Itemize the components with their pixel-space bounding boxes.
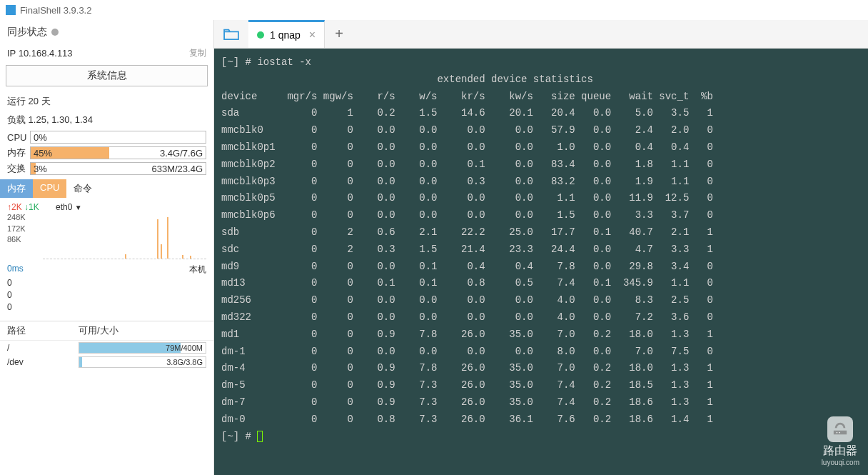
latency-values: 0 0 0 bbox=[0, 277, 213, 316]
sync-status: 同步状态 bbox=[0, 20, 213, 44]
filesystem-panel: 路径 可用/大小 / 79M/400M /dev 3.8G/3.8G bbox=[0, 321, 213, 369]
uptime: 运行 20 天 bbox=[0, 92, 213, 111]
load-average: 负载 1.25, 1.30, 1.34 bbox=[0, 111, 213, 129]
fs-col-usage: 可用/大小 bbox=[79, 324, 118, 337]
swap-right: 633M/23.4G bbox=[151, 164, 203, 174]
content: 1 qnap × + [~] # iostat -x extended devi… bbox=[214, 20, 868, 475]
net-down: ↓1K bbox=[24, 202, 39, 212]
tab-label: 1 qnap bbox=[270, 29, 301, 41]
mem-label: 内存 bbox=[7, 146, 30, 159]
svg-point-0 bbox=[837, 432, 838, 434]
sync-label: 同步状态 bbox=[7, 26, 47, 39]
fs-row[interactable]: /dev 3.8G/3.8G bbox=[0, 355, 213, 369]
app-title: FinalShell 3.9.3.2 bbox=[20, 5, 91, 16]
sidebar: 同步状态 IP 10.168.4.113 复制 系统信息 运行 20 天 负载 … bbox=[0, 20, 214, 475]
system-info-button[interactable]: 系统信息 bbox=[6, 65, 208, 86]
watermark: 路由器 luyouqi.com bbox=[822, 416, 859, 466]
titlebar: FinalShell 3.9.3.2 bbox=[0, 0, 868, 20]
cpu-metric: CPU 0% bbox=[0, 129, 213, 145]
status-dot-icon bbox=[257, 31, 264, 39]
swap-label: 交换 bbox=[7, 162, 30, 175]
cpu-label: CPU bbox=[7, 132, 30, 143]
terminal[interactable]: [~] # iostat -x extended device statisti… bbox=[214, 49, 868, 475]
fs-col-path: 路径 bbox=[7, 324, 79, 337]
terminal-tab[interactable]: 1 qnap × bbox=[248, 20, 325, 48]
folder-button[interactable] bbox=[214, 20, 248, 48]
mem-metric: 内存 45%3.4G/7.6G bbox=[0, 145, 213, 161]
router-icon bbox=[827, 416, 853, 442]
network-graph: ↑2K ↓1K eth0 ▼ 248K 172K 86K bbox=[0, 198, 213, 262]
latency-row: 0ms 本机 bbox=[0, 262, 213, 277]
close-icon[interactable]: × bbox=[309, 29, 316, 41]
tab-cmd[interactable]: 命令 bbox=[66, 179, 99, 198]
net-up: ↑2K bbox=[7, 202, 22, 212]
tab-mem[interactable]: 内存 bbox=[0, 179, 33, 198]
new-tab-button[interactable]: + bbox=[325, 20, 353, 48]
svg-point-1 bbox=[839, 432, 840, 434]
mem-pct: 45% bbox=[31, 148, 52, 159]
latency-host: 本机 bbox=[189, 264, 206, 276]
mem-right: 3.4G/7.6G bbox=[160, 148, 203, 159]
tab-bar: 1 qnap × + bbox=[214, 20, 868, 49]
sidebar-tabs: 内存 CPU 命令 bbox=[0, 179, 213, 198]
cpu-pct: 0% bbox=[31, 132, 47, 143]
tab-cpu[interactable]: CPU bbox=[33, 179, 66, 198]
swap-metric: 交换 3%633M/23.4G bbox=[0, 161, 213, 176]
swap-pct: 3% bbox=[31, 164, 47, 174]
chevron-down-icon: ▼ bbox=[75, 204, 82, 211]
ip-address: IP 10.168.4.113 bbox=[7, 48, 73, 59]
copy-button[interactable]: 复制 bbox=[189, 47, 206, 59]
app-icon bbox=[6, 5, 16, 15]
latency-ms: 0ms bbox=[7, 264, 24, 276]
net-iface[interactable]: eth0 ▼ bbox=[56, 202, 82, 212]
fs-row[interactable]: / 79M/400M bbox=[0, 341, 213, 355]
sync-dot-icon bbox=[51, 29, 59, 36]
